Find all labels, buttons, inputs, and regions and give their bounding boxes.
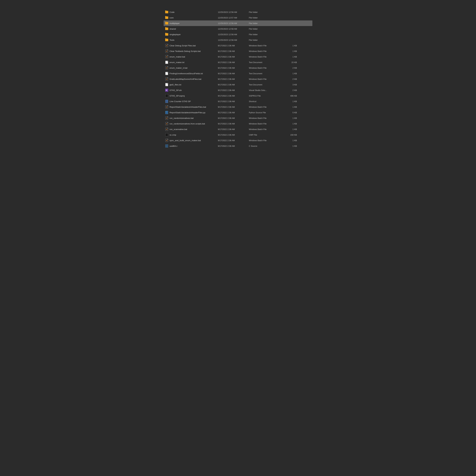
table-row[interactable]: GTA5_SP.sln9/17/2022 2:38 AMVisual Studi… xyxy=(164,87,312,93)
file-type: Windows Batch File xyxy=(249,139,283,142)
file-date: 9/17/2022 2:38 AM xyxy=(218,122,249,125)
file-name: sync_and_build_enum_maker.bat xyxy=(170,139,201,142)
table-row[interactable]: FindingUnreferencedStructFields.txt9/17/… xyxy=(164,71,312,76)
table-row[interactable]: ⚙ReportStaticVariablesInHeaderFiles.bat9… xyxy=(164,104,312,110)
batch-icon: ⚙ xyxy=(165,128,168,131)
table-row[interactable]: singleplayer12/25/2023 12:58 AMFile fold… xyxy=(164,32,312,37)
file-name-cell: Cuuid64.c xyxy=(165,144,218,148)
file-name: run_randomizenatives.from.scripts.bat xyxy=(170,122,205,125)
file-date: 9/17/2022 2:38 AM xyxy=(218,67,249,69)
file-name-cell: core xyxy=(165,16,218,19)
file-name-cell: ⚙run_scannative.bat xyxy=(165,128,218,131)
table-row[interactable]: ⚙enum_maker.bat9/17/2022 2:38 AMWindows … xyxy=(164,54,312,60)
file-name-cell: sc.cmp xyxy=(165,133,218,136)
file-type: C Source xyxy=(249,145,283,147)
table-row[interactable]: Line Counter GTA5 SP9/17/2022 2:38 AMSho… xyxy=(164,99,312,104)
file-type: Windows Batch File xyxy=(249,117,283,119)
file-name: core xyxy=(170,17,173,19)
table-row[interactable]: ⚙Clear Debug Script Files.bat9/17/2022 2… xyxy=(164,43,312,48)
csource-icon: C xyxy=(165,144,168,148)
file-name: enum_maker.txt xyxy=(170,61,184,64)
table-row[interactable]: ⚙Clear Testbeds Debug Scripts.bat9/17/20… xyxy=(164,48,312,54)
file-name-cell: shared xyxy=(165,27,218,30)
file-name-cell: GTA5_SP.ssproj xyxy=(165,94,218,97)
file-name-cell: ⚙run_randomizenatives.from.scripts.bat xyxy=(165,122,218,125)
table-row[interactable]: core12/25/2023 12:57 AMFile folder xyxy=(164,15,312,20)
table-row[interactable]: ⚙GrabLatestMapSceneXmlFiles.bat9/17/2022… xyxy=(164,76,312,82)
file-size: 1 KB xyxy=(283,50,297,52)
table-row[interactable]: Code12/25/2023 12:58 AMFile folder xyxy=(164,9,312,15)
text-icon xyxy=(165,72,168,75)
file-size: 2 KB xyxy=(283,78,297,80)
table-row[interactable]: ⚙sync_and_build_enum_maker.bat9/17/2022 … xyxy=(164,137,312,143)
file-date: 9/17/2022 2:38 AM xyxy=(218,61,249,64)
file-size: 150 KB xyxy=(283,134,297,136)
file-date: 9/17/2022 2:38 AM xyxy=(218,134,249,136)
file-type: Windows Batch File xyxy=(249,78,283,80)
file-name-cell: singleplayer xyxy=(165,33,218,36)
batch-icon: ⚙ xyxy=(165,117,168,120)
file-name-cell: ⚙enum_maker_ir.bat xyxy=(165,66,218,69)
table-row[interactable]: gta5_files.txt9/17/2022 2:38 AMText Docu… xyxy=(164,82,312,87)
file-name: enum_maker.bat xyxy=(170,56,185,58)
file-size: 1 KB xyxy=(283,128,297,131)
file-size: 1 KB xyxy=(283,44,297,47)
table-row[interactable]: shared12/25/2023 12:58 AMFile folder xyxy=(164,26,312,32)
file-date: 12/25/2023 12:58 AM xyxy=(218,22,249,24)
batch-icon: ⚙ xyxy=(165,77,168,81)
table-row[interactable]: Tools12/25/2023 12:58 AMFile folder xyxy=(164,37,312,43)
file-name: shared xyxy=(170,28,176,30)
file-date: 9/17/2022 2:38 AM xyxy=(218,139,249,142)
file-name: Line Counter GTA5 SP xyxy=(170,100,191,102)
table-row[interactable]: ⚙run_randomizenatives.bat9/17/2022 2:38 … xyxy=(164,115,312,121)
file-name-cell: ⚙Clear Debug Script Files.bat xyxy=(165,44,218,47)
table-row[interactable]: ⚙run_scannative.bat9/17/2022 2:38 AMWind… xyxy=(164,126,312,132)
folder-icon xyxy=(165,22,168,24)
table-row[interactable]: GTA5_SP.ssproj9/17/2022 2:38 AMSSPROJ Fi… xyxy=(164,93,312,99)
file-date: 9/17/2022 2:38 AM xyxy=(218,78,249,80)
file-size: 1 KB xyxy=(283,106,297,108)
file-date: 9/17/2022 2:38 AM xyxy=(218,145,249,147)
table-row[interactable]: ⚙enum_maker_ir.bat9/17/2022 2:38 AMWindo… xyxy=(164,65,312,71)
table-row[interactable]: Cuuid64.c9/17/2022 2:38 AMC Source1 KB xyxy=(164,143,312,149)
table-row[interactable]: sc.cmp9/17/2022 2:38 AMCMP File150 KB xyxy=(164,132,312,137)
file-type: SSPROJ File xyxy=(249,95,283,97)
file-type: Windows Batch File xyxy=(249,106,283,108)
file-size: 5 KB xyxy=(283,111,297,114)
file-name: sc.cmp xyxy=(170,134,176,136)
table-row[interactable]: multiplayer12/25/2023 12:58 AMFile folde… xyxy=(164,20,312,26)
file-type: File folder xyxy=(249,22,283,24)
file-size: 15 KB xyxy=(283,61,297,64)
file-name-cell: gta5_files.txt xyxy=(165,83,218,86)
file-size: 1 KB xyxy=(283,117,297,119)
file-date: 12/25/2023 12:58 AM xyxy=(218,39,249,41)
table-row[interactable]: ⚙run_randomizenatives.from.scripts.bat9/… xyxy=(164,121,312,126)
file-name: run_scannative.bat xyxy=(170,128,187,131)
table-row[interactable]: enum_maker.txt9/17/2022 2:38 AMText Docu… xyxy=(164,60,312,65)
vs-icon xyxy=(165,89,168,92)
file-date: 9/17/2022 2:38 AM xyxy=(218,100,249,102)
file-date: 9/17/2022 2:38 AM xyxy=(218,44,249,47)
file-name: GTA5_SP.sln xyxy=(170,89,182,91)
file-name: GTA5_SP.ssproj xyxy=(170,95,185,97)
file-size: 1 KB xyxy=(283,100,297,102)
file-date: 12/25/2023 12:58 AM xyxy=(218,11,249,13)
batch-icon: ⚙ xyxy=(165,139,168,142)
file-name-cell: Code xyxy=(165,11,218,14)
file-type: Windows Batch File xyxy=(249,67,283,69)
file-type: CMP File xyxy=(249,134,283,136)
file-name: FindingUnreferencedStructFields.txt xyxy=(170,72,203,75)
file-type: Text Document xyxy=(249,72,283,75)
file-name: ReportStaticVariablesInHeaderFiles.bat xyxy=(170,106,206,108)
batch-icon: ⚙ xyxy=(165,66,168,69)
file-name-cell: FindingUnreferencedStructFields.txt xyxy=(165,72,218,75)
file-size: 2 KB xyxy=(283,67,297,69)
file-type: Shortcut xyxy=(249,100,283,102)
file-name: gta5_files.txt xyxy=(170,84,181,86)
file-type: Python Source File xyxy=(249,111,283,114)
file-type: File folder xyxy=(249,17,283,19)
file-size: 1 KB xyxy=(283,139,297,142)
text-icon xyxy=(165,83,168,86)
file-size: 1 KB xyxy=(283,145,297,147)
table-row[interactable]: ReportStaticVariablesInHeaderFiles.py9/1… xyxy=(164,110,312,115)
